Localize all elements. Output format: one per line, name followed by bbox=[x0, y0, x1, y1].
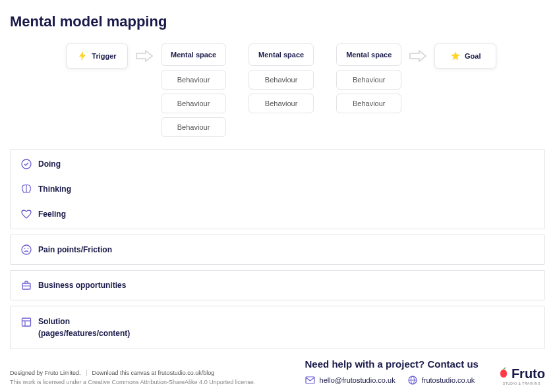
goal-box: Goal bbox=[434, 43, 496, 69]
mental-space-box: Mental space bbox=[248, 43, 314, 66]
apple-icon bbox=[498, 366, 509, 381]
sad-face-icon bbox=[21, 244, 32, 255]
designed-by: Designed by Fruto Limited. bbox=[10, 370, 81, 376]
page-title: Mental model mapping bbox=[10, 13, 545, 30]
license-text: This work is licensed under a Creative C… bbox=[10, 379, 255, 385]
contact-email: hello@frutostudio.co.uk bbox=[305, 375, 395, 385]
brand-subtitle: STUDIO & TRAINING bbox=[498, 381, 545, 385]
behaviour-box: Behaviour bbox=[248, 94, 314, 113]
arrow-icon bbox=[134, 46, 154, 66]
globe-icon bbox=[407, 375, 418, 385]
behaviour-box: Behaviour bbox=[161, 94, 226, 113]
briefcase-icon bbox=[21, 280, 32, 291]
download-link: Download this canvas at frutostudio.co.u… bbox=[92, 370, 215, 376]
behaviour-box: Behaviour bbox=[248, 70, 314, 90]
svg-point-1 bbox=[22, 245, 31, 254]
panel-business: Business opportunities bbox=[10, 270, 545, 300]
layout-icon bbox=[21, 317, 32, 327]
svg-point-2 bbox=[24, 248, 26, 250]
row-thinking: Thinking bbox=[21, 184, 534, 194]
brain-icon bbox=[21, 184, 32, 194]
panel-solution: Solution (pages/features/content) bbox=[10, 306, 545, 349]
mail-icon bbox=[305, 375, 316, 385]
footer: Designed by Fruto Limited. Download this… bbox=[10, 358, 545, 385]
bolt-icon bbox=[77, 51, 88, 61]
trigger-label: Trigger bbox=[92, 52, 116, 60]
svg-rect-9 bbox=[306, 377, 314, 383]
behaviour-box: Behaviour bbox=[161, 117, 226, 137]
mental-space-box: Mental space bbox=[161, 43, 226, 66]
check-circle-icon bbox=[21, 159, 32, 169]
heart-icon bbox=[21, 209, 32, 219]
panel-pain: Pain points/Friction bbox=[10, 235, 545, 265]
mental-space-col: Mental space Behaviour Behaviour bbox=[336, 43, 401, 113]
behaviour-box: Behaviour bbox=[161, 70, 226, 90]
help-heading: Need help with a project? Contact us bbox=[305, 358, 479, 370]
panel-dtf: Doing Thinking Feeling bbox=[10, 149, 545, 229]
star-icon bbox=[450, 51, 461, 61]
svg-point-3 bbox=[28, 248, 29, 250]
contact-website: frutostudio.co.uk bbox=[407, 375, 475, 385]
mental-space-col: Mental space Behaviour Behaviour Behavio… bbox=[161, 43, 226, 137]
mental-space-box: Mental space bbox=[336, 43, 401, 66]
brand-logo: Fruto bbox=[498, 366, 545, 381]
row-doing: Doing bbox=[21, 159, 534, 169]
mental-space-col: Mental space Behaviour Behaviour bbox=[248, 43, 314, 113]
goal-label: Goal bbox=[465, 52, 481, 60]
divider bbox=[86, 370, 87, 376]
row-feeling: Feeling bbox=[21, 209, 534, 219]
svg-rect-6 bbox=[22, 318, 31, 326]
behaviour-box: Behaviour bbox=[336, 70, 401, 90]
arrow-icon bbox=[408, 46, 428, 66]
trigger-box: Trigger bbox=[66, 43, 128, 69]
flow-diagram: Trigger Mental space Behaviour Behaviour… bbox=[10, 43, 545, 137]
behaviour-box: Behaviour bbox=[336, 94, 401, 113]
